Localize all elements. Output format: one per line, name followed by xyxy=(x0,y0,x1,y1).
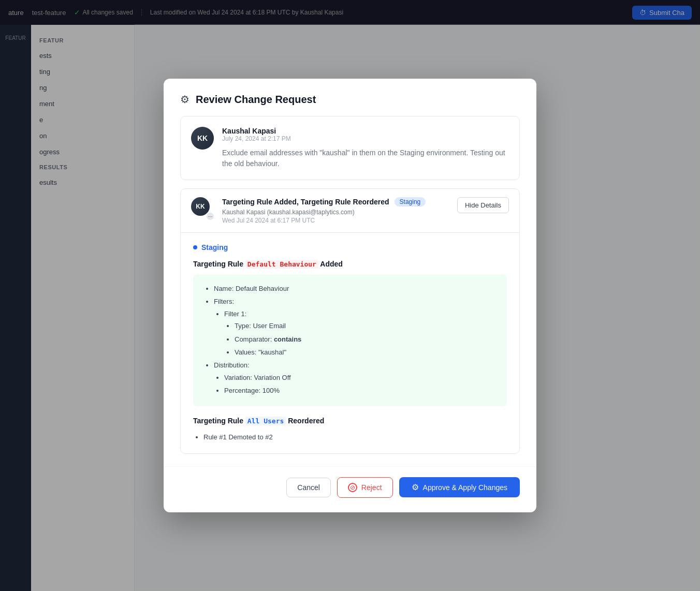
comment-date: July 24, 2024 at 2:17 PM xyxy=(222,135,509,142)
reject-button[interactable]: ⊘ Reject xyxy=(337,477,393,498)
percentage-item: Percentage: 100% xyxy=(224,385,497,396)
rule-reordered-name: All Users xyxy=(245,417,286,425)
rule-name-item: Name: Default Behaviour xyxy=(214,283,497,294)
change-title: Targeting Rule Added, Targeting Rule Reo… xyxy=(222,198,389,206)
type-item: Type: User Email xyxy=(235,320,497,332)
change-card: KK ··· Targeting Rule Added, Targeting R… xyxy=(180,188,520,454)
modal-body: KK Kaushal Kapasi July 24, 2024 at 2:17 … xyxy=(164,116,536,466)
rule-filters-item: Filters: Filter 1: Type: User Email Comp… xyxy=(214,296,497,358)
approve-icon: ⚙ xyxy=(412,482,419,492)
reject-icon: ⊘ xyxy=(348,483,357,492)
values-item: Values: "kaushal" xyxy=(235,346,497,358)
rule-added-prefix: Targeting Rule xyxy=(193,260,243,268)
git-merge-icon: ⚙ xyxy=(180,93,189,106)
cancel-button[interactable]: Cancel xyxy=(286,478,331,497)
rule-reordered-prefix: Targeting Rule xyxy=(193,417,243,425)
approve-button[interactable]: ⚙ Approve & Apply Changes xyxy=(399,477,520,497)
variation-item: Variation: Variation Off xyxy=(224,372,497,383)
comment-author: Kaushal Kapasi xyxy=(222,127,509,135)
env-name: Staging xyxy=(201,243,228,252)
rule-reordered-suffix: Reordered xyxy=(288,417,324,425)
filter1-item: Filter 1: Type: User Email Comparator: c… xyxy=(224,308,497,359)
change-avatar: KK ··· xyxy=(191,197,214,220)
change-user: Kaushal Kapasi (kaushal.kapasi@taplytics… xyxy=(222,209,449,216)
hide-details-button[interactable]: Hide Details xyxy=(457,197,509,213)
comment-text: Exclude email addresses with "kaushal" i… xyxy=(222,147,509,169)
filters-sublist: Filter 1: Type: User Email Comparator: c… xyxy=(214,308,497,359)
comparator-value: contains xyxy=(274,335,301,343)
change-details: Staging Targeting Rule Default Behaviour… xyxy=(181,232,519,453)
rule-reordered-title: Targeting Rule All Users Reordered xyxy=(193,417,507,425)
commenter-avatar: KK xyxy=(191,127,214,150)
avatar-initials: KK xyxy=(191,127,214,150)
approve-label: Approve & Apply Changes xyxy=(423,483,507,492)
env-label: Staging xyxy=(193,243,507,252)
change-date: Wed Jul 24 2024 at 6:17 PM UTC xyxy=(222,217,449,224)
comment-content: Kaushal Kapasi July 24, 2024 at 2:17 PM … xyxy=(222,127,509,169)
reject-label: Reject xyxy=(361,483,382,492)
filter1-sublist: Type: User Email Comparator: contains Va… xyxy=(224,320,497,358)
rule-details-box: Name: Default Behaviour Filters: Filter … xyxy=(193,274,507,406)
change-card-header: KK ··· Targeting Rule Added, Targeting R… xyxy=(181,189,519,232)
modal-overlay: ⚙ Review Change Request KK Kaushal Kapas… xyxy=(0,0,700,591)
rule-added-suffix: Added xyxy=(320,260,343,268)
comment-card: KK Kaushal Kapasi July 24, 2024 at 2:17 … xyxy=(180,116,520,180)
comparator-item: Comparator: contains xyxy=(235,333,497,345)
modal-title: Review Change Request xyxy=(196,94,316,106)
distribution-item: Distribution: Variation: Variation Off P… xyxy=(214,359,497,396)
env-badge: Staging xyxy=(395,197,426,206)
change-info: Targeting Rule Added, Targeting Rule Reo… xyxy=(222,197,449,224)
rule-added-section: Targeting Rule Default Behaviour Added N… xyxy=(193,260,507,406)
reorder-item: Rule #1 Demoted to #2 xyxy=(203,431,507,443)
change-avatar-badge: ··· xyxy=(206,212,215,221)
change-title-row: Targeting Rule Added, Targeting Rule Reo… xyxy=(222,197,449,206)
rule-details-list: Name: Default Behaviour Filters: Filter … xyxy=(203,283,497,397)
rule-reordered-section: Targeting Rule All Users Reordered Rule … xyxy=(193,417,507,443)
reorder-list: Rule #1 Demoted to #2 xyxy=(193,431,507,443)
modal-footer: Cancel ⊘ Reject ⚙ Approve & Apply Change… xyxy=(164,466,536,512)
review-modal: ⚙ Review Change Request KK Kaushal Kapas… xyxy=(164,79,536,512)
rule-added-name: Default Behaviour xyxy=(245,260,318,269)
env-dot xyxy=(193,245,197,249)
modal-header: ⚙ Review Change Request xyxy=(164,79,536,116)
rule-added-title: Targeting Rule Default Behaviour Added xyxy=(193,260,507,268)
distribution-sublist: Variation: Variation Off Percentage: 100… xyxy=(214,372,497,397)
